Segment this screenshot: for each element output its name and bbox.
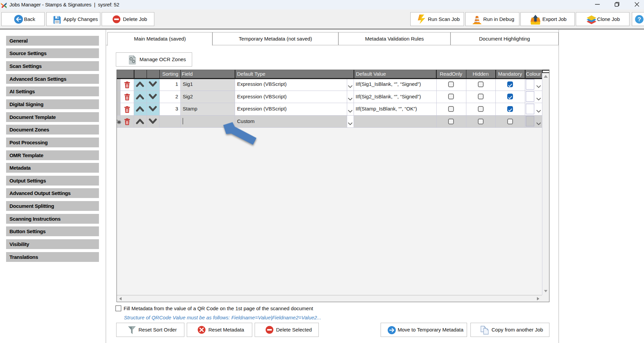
svg-text:?: ? xyxy=(638,16,641,23)
